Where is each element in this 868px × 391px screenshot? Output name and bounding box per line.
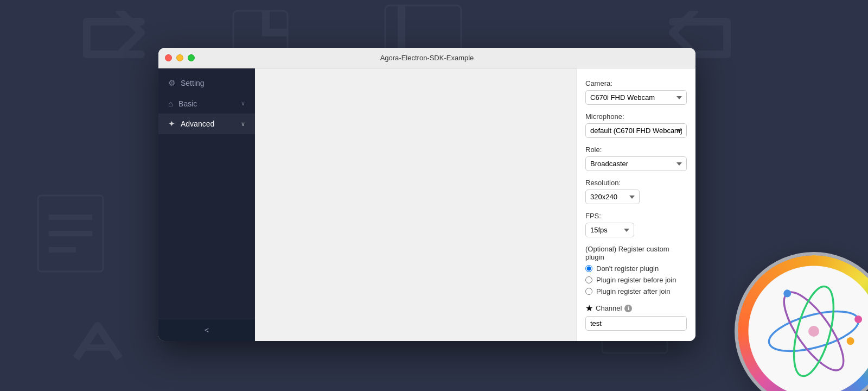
home-icon: ⌂ — [168, 99, 173, 108]
window-title: Agora-Electron-SDK-Example — [380, 54, 474, 62]
channel-label-row: ★ Channel ℹ — [585, 303, 687, 313]
close-button[interactable] — [165, 54, 172, 61]
microphone-select[interactable]: default (C670i FHD Webcam) — [585, 123, 687, 138]
plugin-radio-after[interactable] — [585, 288, 592, 295]
role-label: Role: — [585, 146, 687, 154]
sidebar-item-advanced[interactable]: ✦ Advanced ∨ — [158, 113, 255, 134]
plugin-option-after[interactable]: Plugin register after join — [585, 287, 687, 295]
sidebar-item-basic[interactable]: ⌂ Basic ∨ — [158, 93, 255, 113]
channel-label: Channel — [596, 304, 622, 312]
sidebar-item-setting-label: Setting — [181, 79, 205, 87]
plugin-label: (Optional) Register custom plugin — [585, 245, 687, 261]
main-content: Camera: C670i FHD Webcam Microphone: def… — [255, 68, 695, 341]
setting-icon: ⚙ — [168, 78, 175, 88]
plugin-option-before[interactable]: Plugin register before join — [585, 276, 687, 284]
svg-point-24 — [782, 288, 792, 299]
svg-point-20 — [765, 304, 863, 359]
plugin-no-register-label: Don't register plugin — [596, 264, 659, 273]
svg-point-19 — [808, 326, 819, 337]
plugin-radio-before[interactable] — [585, 276, 592, 283]
plugin-after-label: Plugin register after join — [596, 287, 671, 295]
chevron-down-icon-advanced: ∨ — [241, 121, 245, 128]
svg-point-21 — [774, 284, 854, 379]
electron-svg — [760, 277, 868, 386]
fps-field: FPS: 15fps 30fps 60fps — [585, 212, 687, 237]
channel-field: ★ Channel ℹ — [585, 303, 687, 331]
minimize-button[interactable] — [176, 54, 183, 61]
chevron-down-icon: ∨ — [241, 100, 245, 107]
resolution-label: Resolution: — [585, 179, 687, 187]
title-bar: Agora-Electron-SDK-Example — [158, 48, 695, 68]
sidebar-item-advanced-label: Advanced — [181, 119, 214, 128]
sidebar: ⚙ Setting ⌂ Basic ∨ ✦ Advanced ∨ < — [158, 68, 255, 341]
camera-select[interactable]: C670i FHD Webcam — [585, 90, 687, 105]
plugin-radio-group: Don't register plugin Plugin register be… — [585, 264, 687, 295]
microphone-label: Microphone: — [585, 112, 687, 121]
settings-panel: Camera: C670i FHD Webcam Microphone: def… — [576, 68, 695, 341]
fps-select[interactable]: 15fps 30fps 60fps — [585, 223, 634, 237]
maximize-button[interactable] — [188, 54, 195, 61]
svg-point-25 — [846, 337, 855, 346]
svg-point-22 — [786, 282, 841, 380]
sidebar-nav: ⚙ Setting ⌂ Basic ∨ ✦ Advanced ∨ — [158, 68, 255, 319]
advanced-icon: ✦ — [168, 119, 175, 129]
window-content: ⚙ Setting ⌂ Basic ∨ ✦ Advanced ∨ < — [158, 68, 695, 341]
traffic-lights — [165, 54, 195, 61]
microphone-field: Microphone: default (C670i FHD Webcam) — [585, 112, 687, 138]
channel-info-icon[interactable]: ℹ — [624, 305, 632, 312]
plugin-before-label: Plugin register before join — [596, 276, 676, 284]
sidebar-item-setting[interactable]: ⚙ Setting — [158, 73, 255, 93]
camera-field: Camera: C670i FHD Webcam — [585, 79, 687, 105]
resolution-field: Resolution: 320x240 640x480 1280x720 — [585, 179, 687, 204]
required-marker: ★ — [585, 303, 593, 313]
sidebar-item-basic-label: Basic — [178, 99, 197, 108]
svg-point-23 — [854, 314, 863, 324]
plugin-option-no-register[interactable]: Don't register plugin — [585, 264, 687, 273]
camera-label: Camera: — [585, 79, 687, 87]
role-select[interactable]: Broadcaster Audience — [585, 156, 687, 171]
collapse-icon: < — [205, 326, 209, 335]
app-window: Agora-Electron-SDK-Example ⚙ Setting ⌂ B… — [158, 48, 695, 341]
plugin-field: (Optional) Register custom plugin Don't … — [585, 245, 687, 295]
role-field: Role: Broadcaster Audience — [585, 146, 687, 171]
channel-input[interactable] — [585, 316, 687, 331]
fps-label: FPS: — [585, 212, 687, 220]
plugin-radio-no-register[interactable] — [585, 265, 592, 272]
resolution-select[interactable]: 320x240 640x480 1280x720 — [585, 190, 640, 204]
sidebar-collapse-button[interactable]: < — [158, 319, 255, 341]
